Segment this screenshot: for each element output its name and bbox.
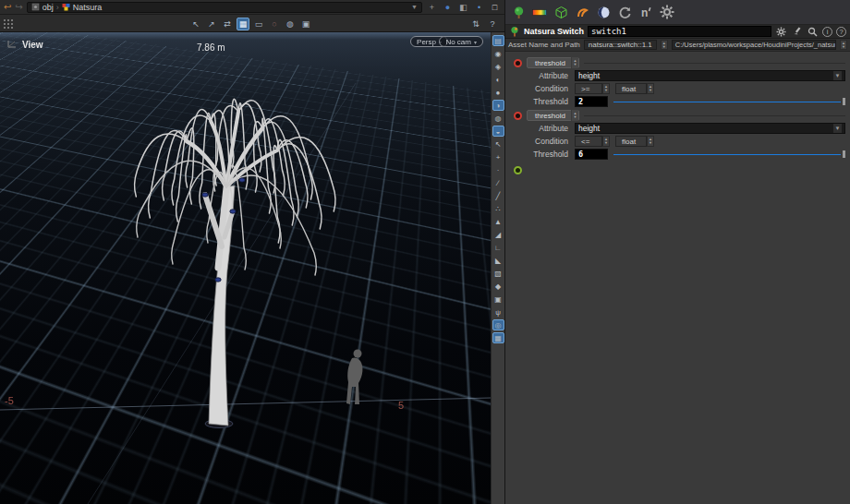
select-tool-icon[interactable]: ↖ xyxy=(189,18,202,30)
breadcrumb[interactable]: obj › Natsura ▼ xyxy=(27,2,422,13)
texture-display-icon[interactable]: ▧ xyxy=(492,268,504,279)
forward-arrow-icon[interactable]: ↪ xyxy=(15,3,22,12)
divider xyxy=(584,63,845,64)
snap-lock-icon[interactable]: ◈ xyxy=(492,61,504,72)
white-square-icon[interactable]: □ xyxy=(489,1,501,13)
selector-dropdown[interactable]: threshold ▲▼ xyxy=(527,110,579,121)
point-size-icon[interactable]: · xyxy=(492,164,504,175)
headlight-icon[interactable]: ◑ xyxy=(492,100,504,111)
triangle-display-icon[interactable]: ◣ xyxy=(492,255,504,266)
globe-icon[interactable]: ● xyxy=(442,1,454,13)
image-plane-icon[interactable]: ▦ xyxy=(492,332,504,343)
asset-version-stepper[interactable]: ▲▼ xyxy=(661,40,668,50)
node-type-title: Natsura Switch xyxy=(524,27,584,36)
help-circle-icon[interactable]: ? xyxy=(836,27,846,37)
attribute-menu-caret-icon[interactable]: ▼ xyxy=(833,124,842,133)
threshold-slider[interactable] xyxy=(613,96,845,107)
n-tab-icon[interactable]: n xyxy=(638,5,653,19)
small-dot-icon[interactable]: • xyxy=(473,1,485,13)
gear-icon[interactable] xyxy=(775,26,787,38)
swoosh-tab-icon[interactable] xyxy=(575,5,589,19)
wedge-display-icon[interactable]: ◢ xyxy=(492,229,504,240)
attribute-menu-caret-icon[interactable]: ▼ xyxy=(833,71,842,80)
character-display-icon[interactable]: ◍ xyxy=(492,113,504,124)
scene-viewport[interactable]: -55 View 7.86 m Persp ▾ No cam ▾ xyxy=(0,32,491,504)
secure-select-icon[interactable]: ↗ xyxy=(205,18,218,30)
asset-version-dropdown[interactable]: natsura::switch::1.1 xyxy=(584,40,657,50)
asset-path-field[interactable]: C:/Users/plasmo/workspace/HoudiniProject… xyxy=(672,40,836,50)
selector-stepper[interactable]: ▲▼ xyxy=(571,110,578,121)
breadcrumb-natsura[interactable]: Natsura xyxy=(62,3,103,12)
selector-dropdown[interactable]: threshold ▲▼ xyxy=(527,57,579,68)
move-tool-icon[interactable]: ⇄ xyxy=(221,18,234,30)
threshold-value-input[interactable]: 6 xyxy=(575,149,608,160)
condition-type-dropdown[interactable]: float xyxy=(615,136,647,147)
breadcrumb-obj-label: obj xyxy=(42,3,54,12)
add-instance-button[interactable] xyxy=(514,166,522,174)
condition-type-stepper[interactable]: ▲▼ xyxy=(647,83,654,94)
ruler-display-icon[interactable]: ∟ xyxy=(492,242,504,253)
helmet-icon[interactable]: ◍ xyxy=(284,18,297,30)
remove-instance-button[interactable] xyxy=(514,59,522,67)
moon-tab-icon[interactable] xyxy=(596,5,611,19)
ghost-circle-icon[interactable]: ○ xyxy=(268,18,281,30)
threshold-value-input[interactable]: 2 xyxy=(575,96,608,107)
magnifier-icon[interactable] xyxy=(807,26,819,38)
gear-tab-icon[interactable] xyxy=(660,5,674,19)
condition-operator-stepper[interactable]: ▲▼ xyxy=(602,83,610,94)
condition-operator-dropdown[interactable]: >= xyxy=(575,83,602,94)
camera-menu[interactable]: No cam ▾ xyxy=(439,36,483,47)
list-order-icon[interactable]: ⇅ xyxy=(469,18,482,30)
slope-tool-icon[interactable]: ╱ xyxy=(492,190,504,201)
parameter-panel: n Natsura Switch switch1 i ? Asset Name … xyxy=(504,0,850,504)
drag-grip-icon[interactable] xyxy=(3,18,14,30)
breadcrumb-obj[interactable]: obj xyxy=(31,3,54,12)
annotation-icon[interactable]: ▭ xyxy=(252,18,265,30)
branch-display-icon[interactable]: ψ xyxy=(492,306,504,318)
camera-icon[interactable]: ▣ xyxy=(299,18,312,30)
select-visible-icon[interactable]: ↖ xyxy=(492,138,504,150)
condition-operator-stepper[interactable]: ▲▼ xyxy=(602,136,610,147)
back-arrow-icon[interactable]: ↩ xyxy=(4,3,11,12)
brush-icon[interactable] xyxy=(791,26,803,38)
help-icon[interactable]: ? xyxy=(486,18,499,30)
scene-geometry: -55 xyxy=(0,32,491,504)
wirecube-tab-icon[interactable] xyxy=(553,5,568,19)
smooth-shade-icon[interactable]: ● xyxy=(492,87,504,98)
attribute-label: Attribute xyxy=(510,71,575,80)
refresh-tab-icon[interactable] xyxy=(617,5,632,19)
selector-stepper[interactable]: ▲▼ xyxy=(571,57,578,68)
attribute-row: Attribute height ▼ xyxy=(510,70,845,81)
snapshot-icon[interactable]: ◎ xyxy=(492,319,504,330)
condition-operator-dropdown[interactable]: <= xyxy=(575,136,602,147)
attribute-input[interactable]: height ▼ xyxy=(575,123,845,134)
gradient-tab-icon[interactable] xyxy=(532,5,547,19)
attribute-label: Attribute xyxy=(510,124,575,133)
remove-instance-button[interactable] xyxy=(514,112,522,120)
shaded-sphere-icon[interactable]: ◒ xyxy=(492,126,504,137)
frame-display-icon[interactable]: ▣ xyxy=(492,294,504,305)
view-tool-icon[interactable]: ▤ xyxy=(492,35,504,46)
asset-path-stepper[interactable]: ▲▼ xyxy=(840,40,847,50)
geometry-cube-icon[interactable]: ◧ xyxy=(457,1,469,13)
condition-type-stepper[interactable]: ▲▼ xyxy=(647,136,654,147)
add-point-icon[interactable]: + xyxy=(492,151,504,162)
tree-tab-icon[interactable] xyxy=(511,5,526,19)
move-gizmo-icon[interactable]: + xyxy=(426,1,438,13)
attribute-input[interactable]: height ▼ xyxy=(575,70,845,81)
show-points-icon[interactable]: ◉ xyxy=(492,48,504,59)
display-options-icon[interactable]: ◐ xyxy=(492,74,504,85)
cone-display-icon[interactable]: ▲ xyxy=(492,216,504,227)
houdini-window: ↩ ↪ obj › Natsura ▼ + ● ◧ • □ ↖ ↗ ⇄ ▦ ▭ xyxy=(0,0,850,504)
scatter-points-icon[interactable]: ∴ xyxy=(492,203,504,214)
diamond-display-icon[interactable]: ◆ xyxy=(492,281,504,292)
info-circle-icon[interactable]: i xyxy=(822,27,832,37)
handles-tool-icon[interactable]: ▦ xyxy=(237,18,249,30)
node-name-input[interactable]: switch1 xyxy=(588,26,771,37)
view-pane-icon xyxy=(6,40,18,49)
threshold-slider[interactable] xyxy=(613,149,845,160)
path-bar: ↩ ↪ obj › Natsura ▼ + ● ◧ • □ xyxy=(0,0,504,15)
condition-type-dropdown[interactable]: float xyxy=(615,83,647,94)
draw-stroke-icon[interactable]: ∕ xyxy=(492,177,504,188)
breadcrumb-caret-icon[interactable]: ▼ xyxy=(411,4,418,10)
